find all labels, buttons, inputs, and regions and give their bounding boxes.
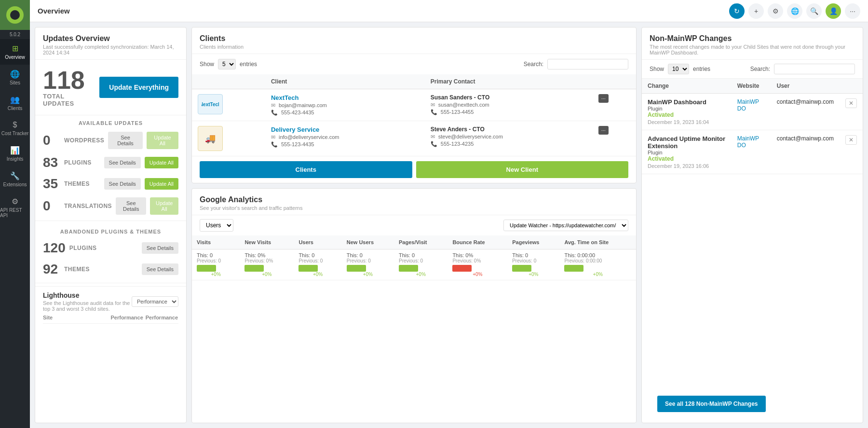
- site-select[interactable]: Update Watcher - https://updatewatcher.c…: [503, 220, 628, 231]
- abandoned-themes-count: 92: [43, 262, 60, 277]
- client-name[interactable]: NextTech: [271, 94, 299, 101]
- translations-see-details-button[interactable]: See Details: [116, 197, 146, 215]
- more-button[interactable]: ···: [845, 3, 860, 19]
- entries-select[interactable]: 5: [218, 59, 236, 69]
- abandoned-plugins-count: 120: [43, 240, 66, 256]
- cost-tracker-icon: $: [13, 121, 17, 129]
- refresh-button[interactable]: ↻: [729, 3, 745, 19]
- contact-name: Susan Sanders - CTO: [431, 94, 587, 101]
- sidebar-item-clients[interactable]: 👥 Clients: [0, 90, 30, 116]
- see-all-changes-button[interactable]: See all 128 Non-MainWP Changes: [657, 396, 766, 412]
- abandoned-themes-row: 92 THEMES See Details: [35, 259, 186, 280]
- ppv-pct: +0%: [399, 272, 443, 277]
- activated-badge: Activated: [648, 155, 726, 162]
- users-select[interactable]: Users: [200, 219, 233, 232]
- nmwp-entries-label: entries: [693, 66, 710, 72]
- nmwp-table-body: MainWP Dashboard Plugin Activated Decemb…: [642, 94, 863, 174]
- total-label: TOTAL UPDATES: [43, 93, 94, 107]
- users-bar: [298, 265, 318, 272]
- sidebar-item-overview[interactable]: ⊞ Overview: [0, 39, 30, 65]
- performance-select[interactable]: Performance: [132, 296, 178, 307]
- table-row: 🚚 Delivery Service ✉ info@deliveryservic…: [192, 121, 636, 156]
- new-client-button[interactable]: New Client: [416, 161, 629, 178]
- nmwp-entries-select[interactable]: 10: [668, 64, 689, 74]
- col-user: User: [771, 79, 840, 94]
- abandoned-plugins-see-details-button[interactable]: See Details: [142, 242, 178, 254]
- sidebar-item-label: API REST API: [0, 207, 30, 218]
- client-name[interactable]: Delivery Service: [271, 126, 319, 133]
- globe-button[interactable]: 🌐: [787, 3, 802, 19]
- website-link[interactable]: MainWP DO: [737, 135, 759, 149]
- settings-button[interactable]: ⚙: [768, 3, 783, 19]
- clients-title: Clients: [200, 34, 628, 43]
- add-button[interactable]: +: [748, 3, 764, 19]
- sidebar-item-api[interactable]: ⚙ API REST API: [0, 192, 30, 223]
- remove-cell: ✕: [840, 94, 863, 130]
- new-visits-pct: +0%: [244, 272, 289, 277]
- sidebar-item-insights[interactable]: 📊 Insights: [0, 141, 30, 166]
- translations-update-all-button[interactable]: Update All: [150, 197, 178, 215]
- website-cell: MainWP DO: [732, 130, 771, 174]
- nmwp-table-container: Change Website User MainWP Dashboard Plu…: [642, 79, 863, 385]
- non-mainwp-title: Non-MainWP Changes: [650, 34, 855, 43]
- clients-search-input[interactable]: [547, 59, 628, 69]
- nmwp-search-input[interactable]: [774, 64, 855, 74]
- abandoned-themes-type: THEMES: [64, 266, 138, 273]
- lighthouse-subtitle: See the Lighthouse audit data for the to…: [43, 300, 132, 312]
- themes-type: THEMES: [64, 180, 100, 187]
- phone-icon: 📞: [271, 110, 278, 115]
- sidebar-item-label: Clients: [8, 106, 23, 111]
- update-everything-button[interactable]: Update Everything: [99, 77, 178, 98]
- search-button[interactable]: 🔍: [806, 3, 822, 19]
- bounce-pct: +0%: [452, 272, 502, 277]
- remove-button[interactable]: ✕: [845, 98, 857, 108]
- client-logo-cell: 🚚: [192, 121, 265, 156]
- website-link[interactable]: MainWP DO: [737, 98, 759, 112]
- wordpress-see-details-button[interactable]: See Details: [108, 132, 143, 149]
- themes-see-details-button[interactable]: See Details: [104, 178, 141, 190]
- plugins-update-row: 83 PLUGINS See Details Update All: [35, 152, 186, 173]
- plugins-see-details-button[interactable]: See Details: [104, 157, 141, 168]
- clients-button[interactable]: Clients: [200, 161, 412, 178]
- new-users-pct: +0%: [347, 272, 389, 277]
- user-email: contact@mainwp.com: [777, 135, 834, 142]
- lighthouse-col-site: Site: [43, 315, 109, 320]
- col-client: Client: [265, 74, 425, 89]
- more-actions-button[interactable]: ···: [598, 126, 609, 135]
- this-new-visits: This: 0%: [244, 252, 289, 258]
- themes-update-all-button[interactable]: Update All: [145, 178, 178, 190]
- sidebar-item-sites[interactable]: 🌐 Sites: [0, 65, 30, 90]
- col-website: Website: [732, 79, 771, 94]
- col-new-visits: New Visits: [240, 235, 294, 249]
- abandoned-themes-see-details-button[interactable]: See Details: [142, 263, 178, 275]
- analytics-panel: Google Analytics See your visitor's sear…: [191, 188, 637, 423]
- pageviews-bar: [512, 265, 531, 272]
- svg-text:NextTech: NextTech: [202, 102, 219, 107]
- col-pageviews: Pageviews: [507, 235, 559, 249]
- sidebar-item-extensions[interactable]: 🔧 Extensions: [0, 166, 30, 192]
- contact-phone: 📞 555-123-4455: [431, 109, 587, 115]
- sidebar-item-cost-tracker[interactable]: $ Cost Tracker: [0, 116, 30, 141]
- main-content: Overview ↻ + ⚙ 🌐 🔍 👤 ··· Updates Overvie…: [30, 0, 868, 428]
- user-button[interactable]: 👤: [826, 3, 841, 19]
- visits-bar: [197, 265, 216, 272]
- more-actions-button[interactable]: ···: [598, 94, 609, 103]
- remove-button[interactable]: ✕: [845, 135, 857, 145]
- change-type: Plugin: [648, 150, 726, 155]
- wordpress-update-all-button[interactable]: Update All: [147, 132, 178, 149]
- plugins-update-all-button[interactable]: Update All: [145, 157, 178, 168]
- lighthouse-header: Lighthouse See the Lighthouse audit data…: [43, 291, 178, 312]
- lighthouse-table-header: Site Performance Performance: [43, 312, 178, 324]
- contact-name: Steve Anders - CTO: [431, 126, 587, 133]
- page-title: Overview: [38, 7, 724, 15]
- sidebar-item-label: Insights: [7, 156, 23, 162]
- clients-table-head: Client Primary Contact: [192, 74, 636, 89]
- themes-update-row: 35 THEMES See Details Update All: [35, 173, 186, 194]
- col-time: Avg. Time on Site: [559, 235, 636, 249]
- clients-table: Client Primary Contact: [192, 74, 636, 156]
- nmwp-toolbar: Show 10 entries Search:: [642, 60, 863, 79]
- prev-ppv: Previous: 0: [399, 258, 443, 263]
- clients-subtitle: Clients information: [200, 44, 628, 50]
- clients-table-body: NextTech NextTech ✉ bojan@mainwp.com: [192, 89, 636, 156]
- updates-summary: 118 TOTAL UPDATES Update Everything: [35, 60, 186, 115]
